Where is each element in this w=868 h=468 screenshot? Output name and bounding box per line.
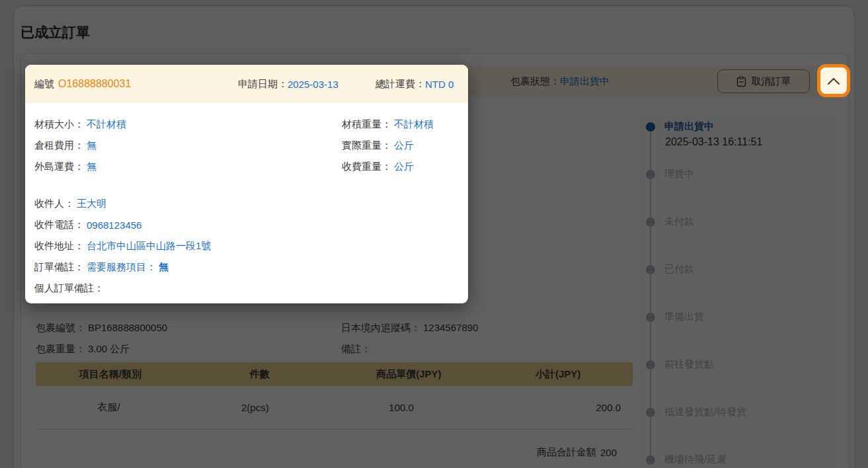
total-fee-value: NTD 0 (425, 79, 454, 90)
actual-weight-label: 實際重量： (342, 139, 391, 152)
order-note-value-bold: 無 (159, 261, 169, 274)
order-detail-popup: 編號 O16888880031 申請日期： 2025-03-13 總計運費： N… (25, 65, 468, 303)
chevron-up-icon (826, 77, 841, 85)
personal-note-label: 個人訂單備註： (34, 282, 104, 295)
charge-weight-label: 收費重量： (342, 161, 391, 173)
recipient-address-value: 台北市中山區中山路一段1號 (87, 240, 211, 253)
collapse-button[interactable] (817, 64, 850, 97)
recipient-label: 收件人： (34, 198, 74, 210)
apply-date-group: 申請日期： 2025-03-13 (238, 78, 338, 91)
order-note-value: 需要服務項目： (87, 261, 156, 274)
order-number-group: 編號 O16888880031 (34, 78, 131, 91)
actual-weight-value: 公斤 (394, 139, 414, 152)
volume-weight-value: 不計材積 (394, 118, 434, 131)
order-number-label: 編號 (34, 78, 54, 91)
recipient-phone-label: 收件電話： (34, 219, 84, 231)
popup-body: 材積大小： 不計材積 材積重量： 不計材積 倉租費用： 無 實際重量： 公斤 (25, 103, 468, 299)
total-fee-label: 總計運費： (375, 78, 425, 91)
island-fee-label: 外島運費： (34, 161, 84, 173)
recipient-group: 收件人： 王大明 收件電話： 0968123456 收件地址： 台北市中山區中山… (34, 193, 459, 299)
volume-size-value: 不計材積 (87, 118, 126, 131)
recipient-phone-value: 0968123456 (87, 219, 141, 231)
apply-date-label: 申請日期： (238, 78, 288, 91)
storage-fee-label: 倉租費用： (34, 139, 84, 152)
total-fee-group: 總計運費： NTD 0 (375, 78, 454, 91)
recipient-value: 王大明 (77, 198, 106, 210)
apply-date-value: 2025-03-13 (288, 79, 338, 90)
order-note-label: 訂單備註： (34, 261, 84, 274)
storage-fee-value: 無 (87, 139, 97, 152)
popup-header: 編號 O16888880031 申請日期： 2025-03-13 總計運費： N… (25, 65, 468, 103)
recipient-address-label: 收件地址： (34, 240, 84, 253)
volume-size-label: 材積大小： (34, 118, 84, 131)
charge-weight-value: 公斤 (394, 161, 414, 173)
volume-weight-label: 材積重量： (342, 118, 391, 131)
order-number: O16888880031 (58, 78, 131, 90)
island-fee-value: 無 (87, 161, 97, 173)
screen: 已成立訂單 編號 O16888880031 申請日期： 2025-03-13 總… (0, 0, 868, 468)
